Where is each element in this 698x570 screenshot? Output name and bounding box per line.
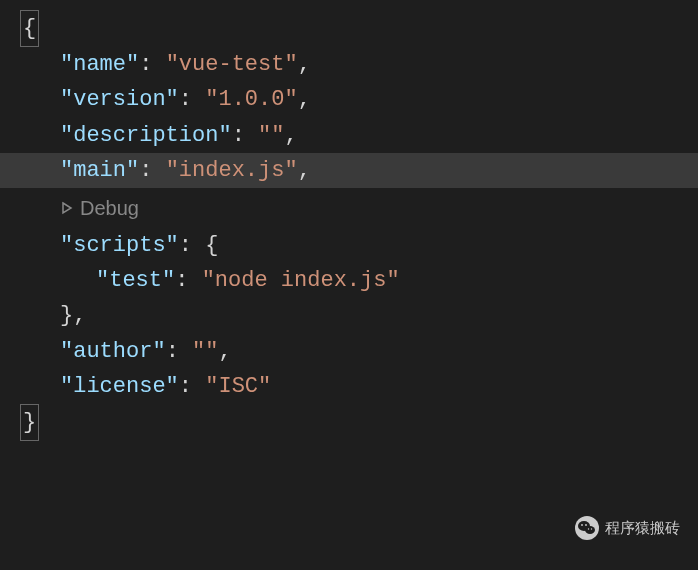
json-key: "test"	[96, 268, 175, 293]
code-line[interactable]: "license": "ISC"	[0, 369, 698, 404]
code-line[interactable]: "scripts": {	[0, 228, 698, 263]
json-value: "node index.js"	[202, 268, 400, 293]
code-line-selected[interactable]: "main": "index.js",	[0, 153, 698, 188]
json-value: ""	[192, 339, 218, 364]
json-value: "index.js"	[166, 158, 298, 183]
watermark-text: 程序猿搬砖	[605, 516, 680, 540]
svg-point-5	[588, 528, 589, 529]
open-brace: {	[20, 10, 39, 47]
code-line[interactable]: },	[0, 298, 698, 333]
svg-point-2	[585, 526, 595, 534]
svg-point-6	[591, 528, 592, 529]
debug-label: Debug	[80, 188, 139, 228]
json-value: "ISC"	[205, 374, 271, 399]
watermark: 程序猿搬砖	[575, 516, 680, 540]
json-key: "name"	[60, 52, 139, 77]
code-editor[interactable]: { "name": "vue-test", "version": "1.0.0"…	[0, 0, 698, 441]
json-value: ""	[258, 123, 284, 148]
code-line[interactable]: "description": "",	[0, 118, 698, 153]
debug-codelens[interactable]: Debug	[0, 188, 698, 228]
code-line[interactable]: "name": "vue-test",	[0, 47, 698, 82]
json-key: "description"	[60, 123, 232, 148]
play-icon	[60, 201, 74, 215]
json-value: "1.0.0"	[205, 87, 297, 112]
code-line[interactable]: "author": "",	[0, 334, 698, 369]
code-line[interactable]: {	[0, 10, 698, 47]
json-value: "vue-test"	[166, 52, 298, 77]
json-key: "version"	[60, 87, 179, 112]
close-brace: }	[20, 404, 39, 441]
code-line[interactable]: "test": "node index.js"	[0, 263, 698, 298]
svg-point-3	[581, 524, 583, 526]
code-line[interactable]: }	[0, 404, 698, 441]
json-key: "main"	[60, 158, 139, 183]
json-key: "license"	[60, 374, 179, 399]
code-line[interactable]: "version": "1.0.0",	[0, 82, 698, 117]
json-key: "scripts"	[60, 233, 179, 258]
json-key: "author"	[60, 339, 166, 364]
svg-point-4	[585, 524, 587, 526]
wechat-icon	[575, 516, 599, 540]
